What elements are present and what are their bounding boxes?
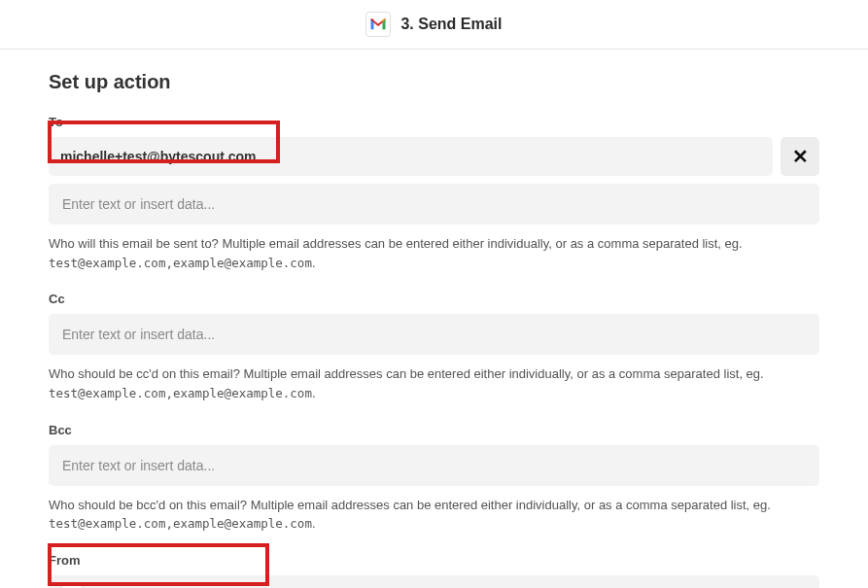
cc-field-group: Cc Who should be cc'd on this email? Mul… bbox=[49, 292, 819, 402]
bcc-help-text: Who should be bcc'd on this email? Multi… bbox=[49, 496, 819, 534]
to-value-text: michelle+test@bytescout.com bbox=[60, 149, 257, 164]
step-header: 3. Send Email bbox=[0, 0, 868, 50]
remove-to-button[interactable]: ✕ bbox=[781, 137, 819, 176]
from-select[interactable]: michelle@bytescout.com ▲▼ bbox=[49, 575, 819, 588]
step-title: 3. Send Email bbox=[400, 16, 502, 33]
from-field-group: From michelle@bytescout.com ▲▼ bbox=[49, 553, 819, 588]
bcc-field-group: Bcc Who should be bcc'd on this email? M… bbox=[49, 423, 819, 534]
bcc-label: Bcc bbox=[49, 423, 819, 437]
to-help-text: Who will this email be sent to? Multiple… bbox=[49, 234, 819, 272]
section-title: Set up action bbox=[49, 71, 819, 93]
cc-label: Cc bbox=[49, 292, 819, 306]
gmail-icon bbox=[365, 12, 391, 37]
to-input[interactable] bbox=[49, 184, 819, 225]
bcc-input[interactable] bbox=[49, 445, 819, 486]
close-icon: ✕ bbox=[792, 145, 809, 168]
to-value-pill[interactable]: michelle+test@bytescout.com bbox=[49, 137, 773, 176]
to-field-group: To michelle+test@bytescout.com ✕ Who wil… bbox=[49, 115, 819, 272]
cc-input[interactable] bbox=[49, 314, 819, 355]
cc-help-text: Who should be cc'd on this email? Multip… bbox=[49, 364, 819, 402]
to-label: To bbox=[49, 115, 819, 129]
from-label: From bbox=[49, 553, 819, 568]
